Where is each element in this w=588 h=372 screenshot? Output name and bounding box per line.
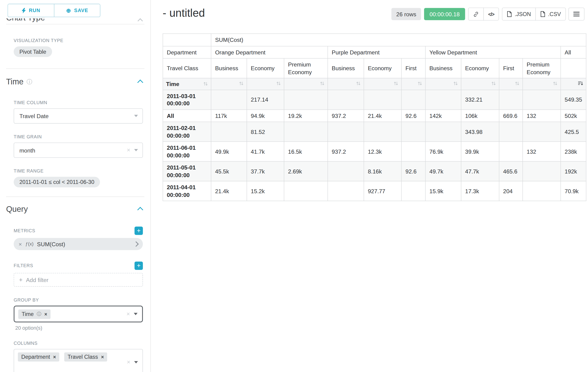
clear-icon[interactable]: × <box>127 147 130 153</box>
export-json-button[interactable]: .JSON <box>502 8 536 21</box>
divider <box>6 68 144 69</box>
embed-code-button[interactable]: </> <box>483 8 499 21</box>
time-grain-label: TIME GRAIN <box>14 134 143 139</box>
time-range-pill[interactable]: 2011-01-01 ≤ col < 2011-06-30 <box>14 177 100 187</box>
pivot-value-cell <box>523 122 561 142</box>
pivot-row-label: All <box>163 109 211 122</box>
pivot-value-cell <box>523 161 561 181</box>
remove-chip-icon[interactable]: × <box>101 354 104 360</box>
link-icon <box>473 11 479 17</box>
columns-select[interactable]: Department × Travel Class × × <box>14 349 143 372</box>
group-header-cell: Orange Department <box>211 46 328 58</box>
sort-toggle[interactable] <box>425 78 461 90</box>
sort-toggle[interactable] <box>461 78 499 90</box>
query-section-title: Query <box>6 205 28 214</box>
pivot-value-cell: 92.6 <box>401 109 425 122</box>
pivot-value-cell: 927.77 <box>364 181 402 201</box>
menu-button[interactable] <box>568 8 585 21</box>
add-filter-plus-button[interactable]: + <box>135 262 143 270</box>
pivot-value-cell: 132 <box>523 142 561 161</box>
chevron-down-icon <box>134 313 137 315</box>
time-column-select[interactable]: Travel Date <box>14 108 143 123</box>
pivot-row-label: 2011-05-01 00:00:00 <box>163 161 211 181</box>
sort-toggle[interactable] <box>401 78 425 90</box>
sort-toggle[interactable] <box>328 78 364 90</box>
export-csv-label: .CSV <box>548 11 561 17</box>
add-filter-button[interactable]: + Add filter <box>14 273 143 287</box>
columns-chip[interactable]: Travel Class × <box>64 352 107 361</box>
clear-icon[interactable]: × <box>126 311 130 317</box>
group-by-select[interactable]: Time ⓘ × × <box>14 306 143 322</box>
sort-toggle[interactable] <box>284 78 328 90</box>
explore-view: RUN ⊕ SAVE Chart Type VISUALIZATION TYPE… <box>0 0 588 372</box>
subcolumn-header-cell: Premium Economy <box>523 58 561 78</box>
pivot-value-cell: 425.5 <box>561 122 586 142</box>
pivot-value-cell: 92.6 <box>401 161 425 181</box>
chart-title[interactable]: - untitled <box>163 7 205 19</box>
group-by-chip-label: Time <box>22 311 34 317</box>
chevron-up-icon[interactable] <box>137 79 143 85</box>
remove-chip-icon[interactable]: × <box>44 311 47 317</box>
chevron-down-icon <box>134 149 138 151</box>
pivot-value-cell: 117k <box>211 109 247 122</box>
pivot-value-cell: 76.9k <box>425 142 461 161</box>
visualization-type-pill[interactable]: Pivot Table <box>14 46 52 57</box>
hamburger-icon <box>573 12 579 17</box>
divider <box>6 24 144 24</box>
pivot-row-label: 2011-06-01 00:00:00 <box>163 142 211 161</box>
group-by-chip[interactable]: Time ⓘ × <box>18 309 51 319</box>
sort-toggle[interactable] <box>247 78 284 90</box>
query-section-header[interactable]: Query <box>6 205 143 214</box>
pivot-value-cell: 45.5k <box>211 161 247 181</box>
export-csv-button[interactable]: .CSV <box>536 8 566 21</box>
chevron-up-icon[interactable] <box>137 207 143 213</box>
time-section-header[interactable]: Time ⓘ <box>6 77 143 86</box>
bolt-icon <box>22 8 26 13</box>
pivot-value-cell <box>284 181 328 201</box>
pivot-value-cell: 19.2k <box>284 109 328 122</box>
remove-metric-icon[interactable]: × <box>19 241 22 247</box>
pivot-value-cell <box>401 122 425 142</box>
export-button-group: .JSON .CSV <box>502 8 566 21</box>
columns-chip[interactable]: Department × <box>18 352 60 361</box>
pivot-table-body: 2011-03-01 00:00:00217.14332.21549.35All… <box>163 90 586 201</box>
sort-icon <box>356 81 361 86</box>
time-grain-select[interactable]: month × <box>14 142 143 158</box>
pivot-value-cell: 343.98 <box>461 122 499 142</box>
chart-type-section-clipped[interactable]: Chart Type <box>6 18 144 24</box>
sort-toggle[interactable] <box>211 78 247 90</box>
pivot-value-cell: 21.4k <box>364 109 402 122</box>
pivot-value-cell: 16.5k <box>284 142 328 161</box>
pivot-value-cell <box>401 90 425 109</box>
run-button[interactable]: RUN <box>8 4 54 17</box>
sort-toggle-active-desc[interactable] <box>561 78 586 90</box>
copy-link-button[interactable] <box>468 8 484 21</box>
sort-by-row-dimension[interactable]: Time <box>163 78 211 90</box>
sort-toggle[interactable] <box>364 78 402 90</box>
add-metric-button[interactable]: + <box>135 226 143 235</box>
chevron-down-icon <box>134 361 138 363</box>
subcolumn-header-cell: Business <box>328 58 364 78</box>
pivot-value-cell <box>401 181 425 201</box>
pivot-value-cell <box>401 142 425 161</box>
pivot-value-cell: 39.9k <box>461 142 499 161</box>
clear-icon[interactable]: × <box>127 359 130 365</box>
pivot-value-cell: 49.7k <box>425 161 461 181</box>
sort-desc-icon <box>578 81 583 86</box>
pivot-value-cell: 502k <box>561 109 586 122</box>
pivot-value-cell: 17.3k <box>461 181 499 201</box>
remove-chip-icon[interactable]: × <box>53 354 56 360</box>
sort-icon <box>418 81 422 86</box>
save-button[interactable]: ⊕ SAVE <box>54 4 100 17</box>
file-icon <box>540 11 545 17</box>
metric-chip[interactable]: × ƒ(x) SUM(Cost) <box>14 238 143 250</box>
visualization-type-label: VISUALIZATION TYPE <box>14 38 143 43</box>
pivot-value-cell: 21.4k <box>211 181 247 201</box>
pivot-value-cell: 2.69k <box>284 161 328 181</box>
add-filter-label: Add filter <box>26 276 49 283</box>
info-icon: ⓘ <box>27 78 32 85</box>
sort-toggle[interactable] <box>523 78 561 90</box>
sort-toggle[interactable] <box>499 78 523 90</box>
subcolumn-header-cell: Economy <box>461 58 499 78</box>
pivot-data-row: All117k94.9k19.2k937.221.4k92.6142k106k6… <box>163 109 586 122</box>
